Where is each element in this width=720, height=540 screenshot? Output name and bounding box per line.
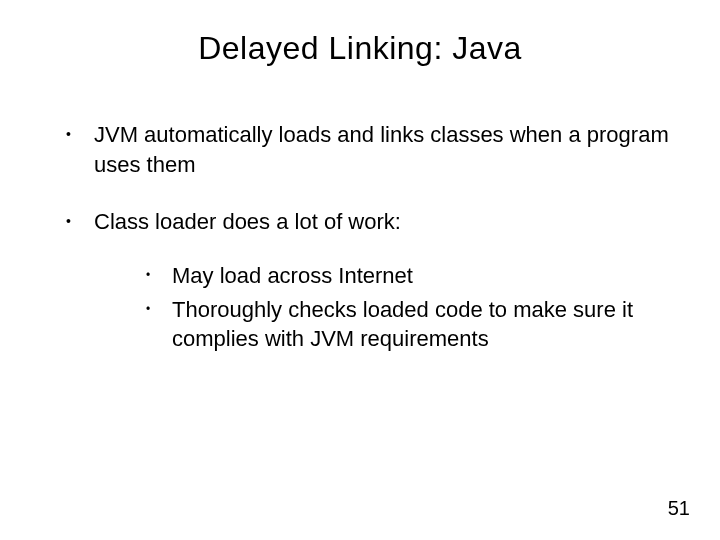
sub-bullet-text: May load across Internet: [172, 263, 413, 288]
sub-bullet-text: Thoroughly checks loaded code to make su…: [172, 297, 633, 352]
slide: Delayed Linking: Java JVM automatically …: [0, 0, 720, 540]
bullet-text: JVM automatically loads and links classe…: [94, 122, 669, 177]
sub-bullet-list: May load across Internet Thoroughly chec…: [142, 261, 680, 354]
slide-title: Delayed Linking: Java: [0, 30, 720, 67]
bullet-list: JVM automatically loads and links classe…: [60, 120, 680, 354]
bullet-item: JVM automatically loads and links classe…: [60, 120, 680, 179]
page-number: 51: [668, 497, 690, 520]
slide-body: JVM automatically loads and links classe…: [60, 120, 680, 382]
sub-bullet-item: May load across Internet: [142, 261, 680, 291]
sub-bullet-item: Thoroughly checks loaded code to make su…: [142, 295, 680, 354]
bullet-text: Class loader does a lot of work:: [94, 209, 401, 234]
bullet-item: Class loader does a lot of work: May loa…: [60, 207, 680, 354]
